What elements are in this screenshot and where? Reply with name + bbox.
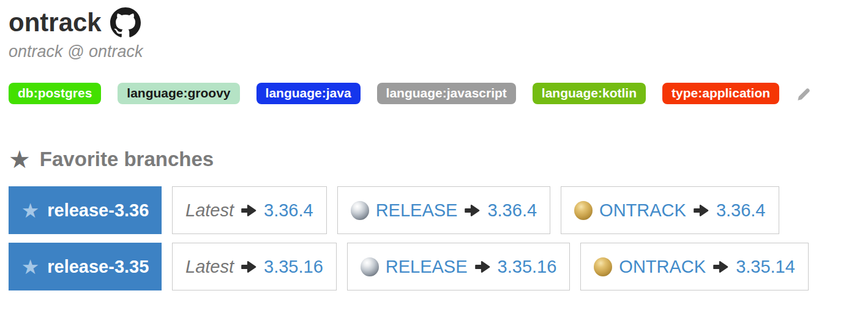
project-label: language:java [256,83,361,104]
latest-build-cell: Latest 3.36.4 [172,186,327,234]
arrow-right-icon [241,202,257,219]
project-header: ontrack [9,7,859,38]
favorite-branches-title: Favorite branches [40,148,214,171]
branch-star-icon: ★ [21,200,40,221]
arrow-right-icon [713,259,729,275]
promotion-name-link[interactable]: ONTRACK [619,257,706,277]
promotion-cell: ONTRACK 3.36.4 [561,186,779,234]
arrow-right-icon [474,259,491,275]
branch-name: release-3.36 [47,200,149,221]
branch-button[interactable]: ★ release-3.36 [9,186,162,234]
github-icon[interactable] [110,7,141,38]
promotion-cell: RELEASE 3.35.16 [347,243,571,290]
edit-labels-pencil-icon[interactable] [796,85,812,102]
favorite-branches-header: ★ Favorite branches [9,147,859,172]
project-page: ontrack ontrack @ ontrack db:postgreslan… [0,0,868,315]
promotion-name-link[interactable]: RELEASE [386,257,468,277]
branch-star-icon: ★ [21,257,40,277]
arrow-right-icon [693,202,709,219]
project-label: language:javascript [377,83,516,104]
branch-row: ★ release-3.35 Latest 3.35.16 RELEASE 3.… [9,243,859,290]
branch-button[interactable]: ★ release-3.35 [9,243,162,290]
silver-ball-icon [351,201,369,220]
promotion-name-link[interactable]: ONTRACK [599,200,686,221]
project-subtitle: ontrack @ ontrack [9,42,859,61]
branch-name: release-3.35 [47,257,149,277]
latest-label: Latest [185,257,234,277]
arrow-right-icon [464,202,481,219]
gold-ball-icon [594,257,612,276]
promotion-cell: ONTRACK 3.35.14 [580,243,809,290]
favorite-branches-list: ★ release-3.36 Latest 3.36.4 RELEASE 3.3… [9,186,859,290]
latest-label: Latest [185,200,234,221]
branch-row: ★ release-3.36 Latest 3.36.4 RELEASE 3.3… [9,186,859,234]
latest-version-link[interactable]: 3.36.4 [264,200,313,221]
latest-build-cell: Latest 3.35.16 [172,243,337,290]
promotion-version-link[interactable]: 3.35.14 [736,257,795,277]
labels-row: db:postgreslanguage:groovylanguage:javal… [9,83,859,104]
promotion-version-link[interactable]: 3.35.16 [498,257,557,277]
promotion-version-link[interactable]: 3.36.4 [716,200,766,221]
promotion-version-link[interactable]: 3.36.4 [487,200,537,221]
project-label: db:postgres [9,83,101,104]
latest-version-link[interactable]: 3.35.16 [264,257,323,277]
page-title: ontrack [9,9,102,37]
gold-ball-icon [574,201,593,220]
silver-ball-icon [361,257,379,276]
project-label: language:groovy [118,83,239,104]
promotion-name-link[interactable]: RELEASE [376,200,458,221]
arrow-right-icon [241,259,257,275]
star-icon: ★ [9,147,31,172]
promotion-cell: RELEASE 3.36.4 [337,186,550,234]
project-label: type:application [662,83,779,104]
project-label: language:kotlin [533,83,646,104]
